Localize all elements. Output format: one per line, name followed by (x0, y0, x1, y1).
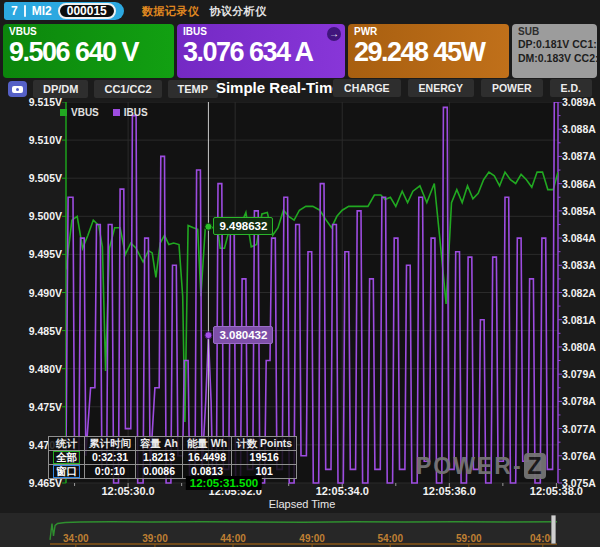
power-z-watermark: POWER-Z (416, 453, 546, 480)
y-axis-tick-left: 9.475V (0, 401, 62, 413)
camera-lens (16, 88, 19, 91)
cursor-vbus-value: 9.498632 (213, 217, 273, 235)
timeline-tick: 34:00 (63, 533, 89, 544)
realtime-chart: VBUS IBUS 9.515V9.510V9.505V9.500V9.495V… (0, 102, 600, 511)
timeline-tick: 39:00 (142, 533, 168, 544)
y-axis-tick-left: 9.510V (0, 134, 62, 146)
y-axis-tick-left: 9.500V (0, 210, 62, 222)
badge-divider (24, 5, 26, 17)
stats-header-energy: 能量 Wh (182, 437, 231, 451)
timeline-tick: 49:00 (299, 533, 325, 544)
ibus-panel: IBUS 3.076 634 A → (177, 24, 345, 78)
stats-all-time: 0:32:31 (85, 451, 136, 465)
sub-dm-cc2: DM:0.183V CC2:0.3 (518, 51, 592, 65)
device-badge: 7 MI2 000015 (4, 2, 124, 20)
current-direction-arrow-icon: → (327, 27, 341, 41)
y-axis-tick-right: 3.077A (562, 423, 600, 435)
stats-row-all: 全部 0:32:31 1.8213 16.4498 19516 (49, 451, 297, 465)
tab-temp[interactable]: TEMP (168, 80, 219, 98)
legend-vbus-label: VBUS (71, 107, 99, 118)
vbus-value: 9.506 640 V (9, 37, 169, 68)
stats-header-capacity: 容量 Ah (136, 437, 183, 451)
y-axis-tick-right: 3.078A (562, 395, 600, 407)
sub-label: SUB (518, 26, 592, 37)
vbus-panel: VBUS 9.506 640 V (3, 24, 174, 78)
power-panel: PWR 29.248 45W (348, 24, 509, 78)
screenshot-camera-icon[interactable] (8, 81, 27, 97)
y-axis-tick-right: 3.079A (562, 368, 600, 380)
power-label: PWR (354, 26, 504, 37)
toolbar-right-buttons: CHARGE ENERGY POWER E.D. (333, 79, 592, 97)
statistics-table: 统计 累计时间 容量 Ah 能量 Wh 计数 Points 全部 0:32:31… (48, 436, 297, 479)
stats-window-tag: 窗口 (53, 465, 80, 478)
y-axis-tick-left: 9.505V (0, 172, 62, 184)
ibus-label: IBUS (183, 26, 340, 37)
timeline-tick: 59:00 (456, 533, 482, 544)
timeline-tick: 54:00 (377, 533, 403, 544)
sub-dp-cc1: DP:0.181V CC1:1.8 (518, 37, 592, 51)
y-axis-tick-left: 9.495V (0, 248, 62, 260)
y-axis-tick-right: 3.086A (562, 178, 600, 190)
sub-panel: SUB DP:0.181V CC1:1.8 DM:0.183V CC2:0.3 (512, 24, 597, 78)
power-button[interactable]: POWER (481, 79, 543, 97)
mode-tabs: 数据记录仪 协议分析仪 (142, 4, 267, 19)
device-model: MI2 (32, 4, 52, 18)
app-window: 7 MI2 000015 数据记录仪 协议分析仪 VBUS 9.506 640 … (0, 0, 600, 547)
x-axis-tick: 12:05:34.0 (316, 485, 369, 497)
timeline-tick: 44:00 (220, 533, 246, 544)
y-axis-tick-right: 3.088A (562, 123, 600, 135)
y-axis-tick-right: 3.080A (562, 341, 600, 353)
cursor-ibus-value: 3.080432 (213, 326, 273, 344)
tab-protocol-analyzer[interactable]: 协议分析仪 (209, 4, 267, 19)
legend-ibus[interactable]: IBUS (113, 107, 148, 118)
y-axis-tick-right: 3.085A (562, 205, 600, 217)
legend-vbus[interactable]: VBUS (60, 107, 99, 118)
y-axis-tick-right: 3.076A (562, 450, 600, 462)
top-bar: 7 MI2 000015 数据记录仪 协议分析仪 (0, 0, 600, 22)
stats-all-ah: 1.8213 (136, 451, 183, 465)
stats-header-time: 累计时间 (85, 437, 136, 451)
y-axis-tick-right: 3.089A (562, 96, 600, 108)
vbus-label: VBUS (9, 26, 169, 37)
watermark-z: Z (524, 453, 546, 479)
y-axis-tick-left: 9.515V (0, 96, 62, 108)
timeline-scrub-handle[interactable] (551, 515, 556, 544)
stats-all-points: 19516 (232, 451, 297, 465)
cursor-time-label: 12:05:31.500 (186, 476, 262, 490)
watermark-text: POWER- (416, 453, 523, 479)
ed-button[interactable]: E.D. (550, 79, 592, 97)
y-axis-tick-right: 3.087A (562, 150, 600, 162)
stats-window-time: 0:0:10 (85, 465, 136, 479)
stats-header-row: 统计 累计时间 容量 Ah 能量 Wh 计数 Points (49, 437, 297, 451)
y-axis-tick-left: 9.480V (0, 363, 62, 375)
stats-all-wh: 16.4498 (182, 451, 231, 465)
charge-button[interactable]: CHARGE (333, 79, 401, 97)
y-axis-tick-right: 3.084A (562, 232, 600, 244)
ibus-value: 3.076 634 A (183, 37, 340, 68)
stats-header-points: 计数 Points (232, 437, 297, 451)
chart-legend: VBUS IBUS (60, 107, 148, 118)
y-axis-tick-right: 3.082A (562, 287, 600, 299)
y-axis-tick-right: 3.081A (562, 314, 600, 326)
x-axis-title: Elapsed Time (269, 498, 336, 510)
vbus-swatch (60, 109, 67, 116)
chart-toolbar: DP/DM CC1/CC2 TEMP Simple Real-Time Char… (0, 78, 600, 100)
x-axis-tick: 12:05:30.0 (101, 485, 154, 497)
x-axis-tick: 12:05:38.0 (530, 485, 583, 497)
ibus-swatch (113, 109, 120, 116)
device-id: 7 (11, 4, 18, 18)
timeline-overview[interactable]: 34:0039:0044:0049:0054:0059:0004:00 (0, 513, 600, 547)
y-axis-tick-right: 3.083A (562, 259, 600, 271)
power-value: 29.248 45W (354, 37, 504, 68)
measurement-panels: VBUS 9.506 640 V IBUS 3.076 634 A → PWR … (0, 22, 600, 78)
stats-header-stat: 统计 (49, 437, 85, 451)
x-axis-tick: 12:05:36.0 (423, 485, 476, 497)
serial-number: 000015 (58, 3, 116, 19)
legend-ibus-label: IBUS (124, 107, 148, 118)
stats-window-ah: 0.0086 (136, 465, 183, 479)
y-axis-tick-left: 9.490V (0, 287, 62, 299)
tab-cc1-cc2[interactable]: CC1/CC2 (94, 80, 161, 98)
energy-button[interactable]: ENERGY (408, 79, 474, 97)
tab-data-recorder[interactable]: 数据记录仪 (142, 4, 200, 19)
stats-all-tag: 全部 (53, 451, 80, 464)
